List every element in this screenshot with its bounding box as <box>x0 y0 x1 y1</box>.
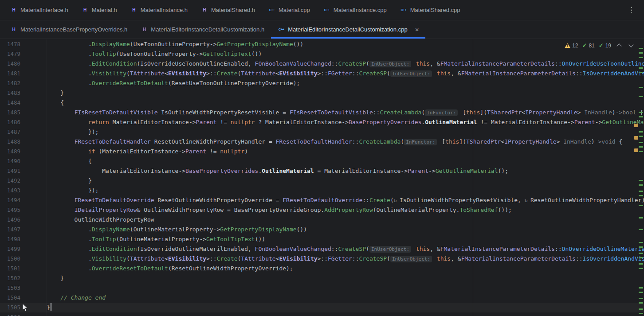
inspections-widget: ! 12 ✓ 81 ✓ 19 <box>565 41 635 51</box>
tab-MaterialInterface.h[interactable]: HMaterialInterface.h <box>4 0 75 20</box>
changed-line-mark[interactable] <box>639 116 643 117</box>
code-text: }); <box>47 186 98 195</box>
scrollbar-error-stripe[interactable] <box>637 39 644 316</box>
warning-mark[interactable] <box>634 136 638 140</box>
changed-line-mark[interactable] <box>639 263 643 265</box>
code-editor[interactable]: 1478 .DisplayName(UseToonOutlineProperty… <box>0 39 644 316</box>
changed-line-mark[interactable] <box>639 180 643 181</box>
code-line-1505[interactable]: 1505} <box>0 303 644 312</box>
tab-Material.h[interactable]: HMaterial.h <box>75 0 124 20</box>
code-line-1499[interactable]: 1499 .EditCondition(IsOverrideOutlineMat… <box>0 244 644 254</box>
changed-line-mark[interactable] <box>639 151 643 152</box>
code-line-1496[interactable]: 1496 OutlineWidthPropertyRow <box>0 215 644 225</box>
code-line-1489[interactable]: 1489 if (MaterialEditorInstance->Parent … <box>0 147 644 156</box>
changed-line-mark[interactable] <box>639 242 643 243</box>
code-line-1481[interactable]: 1481 .Visibility(TAttribute<EVisibility>… <box>0 69 644 78</box>
code-line-1497[interactable]: 1497 .DisplayName(OutlineMaterialPropert… <box>0 225 644 234</box>
changed-line-mark[interactable] <box>639 205 643 206</box>
code-line-1484[interactable]: 1484 { <box>0 98 644 108</box>
prev-problem-button[interactable] <box>615 42 623 49</box>
editor-tab-bar-top: HMaterialInterface.hHMaterial.hHMaterial… <box>0 0 644 20</box>
code-line-1486[interactable]: 1486 return MaterialEditorInstance->Pare… <box>0 117 644 127</box>
changed-line-mark[interactable] <box>639 72 643 73</box>
changed-line-mark[interactable] <box>639 298 643 299</box>
chevron-down-icon <box>628 42 633 47</box>
code-line-1488[interactable]: 1488 FResetToDefaultHandler ResetOutline… <box>0 137 644 147</box>
cpp-file-icon: C++ <box>278 26 285 33</box>
line-number: 1502 <box>0 273 20 283</box>
code-text: return MaterialEditorInstance->Parent !=… <box>47 117 644 127</box>
passed-count-badge[interactable]: ✓ 81 <box>582 41 594 51</box>
code-line-1491[interactable]: 1491 MaterialEditorInstance->BasePropert… <box>0 166 644 176</box>
gutter-icon-area <box>20 137 47 147</box>
changed-line-mark[interactable] <box>639 131 643 133</box>
changed-line-mark[interactable] <box>639 52 643 54</box>
changed-line-mark[interactable] <box>639 308 643 310</box>
tab-MaterialShared.cpp[interactable]: C++MaterialShared.cpp <box>393 0 467 20</box>
changed-line-mark[interactable] <box>639 146 643 148</box>
code-line-1493[interactable]: 1493 }); <box>0 186 644 195</box>
changed-line-mark[interactable] <box>639 253 643 254</box>
tab-MaterialShared.h[interactable]: HMaterialShared.h <box>194 0 262 20</box>
close-tab-icon[interactable]: × <box>415 26 419 33</box>
code-text: FResetToDefaultOverride ResetOutlineWidt… <box>47 195 644 205</box>
changed-line-mark[interactable] <box>639 217 643 218</box>
changed-line-mark[interactable] <box>639 313 643 314</box>
changed-line-mark[interactable] <box>639 96 643 97</box>
code-line-1478[interactable]: 1478 .DisplayName(UseToonOutlineProperty… <box>0 39 644 49</box>
changed-line-mark[interactable] <box>639 87 643 88</box>
code-line-1503[interactable]: 1503 <box>0 283 644 293</box>
changed-line-mark[interactable] <box>639 268 643 269</box>
gutter-icon-area <box>20 88 47 98</box>
changed-line-mark[interactable] <box>639 67 643 69</box>
tab-MaterialInstance.h[interactable]: HMaterialInstance.h <box>124 0 194 20</box>
changed-line-mark[interactable] <box>639 48 643 49</box>
changed-line-mark[interactable] <box>639 195 643 196</box>
code-line-1495[interactable]: 1495 IDetailPropertyRow& OutlineWidthPro… <box>0 205 644 215</box>
code-line-1479[interactable]: 1479 .ToolTip(UseToonOutlineProperty->Ge… <box>0 49 644 59</box>
tab-MaterialEditorInstanceDetailCustomization.h[interactable]: HMaterialEditorInstanceDetailCustomizati… <box>134 20 271 39</box>
tab-MaterialEditorInstanceDetailCustomization.cpp[interactable]: C++MaterialEditorInstanceDetailCustomiza… <box>271 20 425 39</box>
typos-count-badge[interactable]: ✓ 19 <box>599 41 611 51</box>
changed-line-mark[interactable] <box>639 229 643 230</box>
code-line-1492[interactable]: 1492 } <box>0 176 644 186</box>
code-line-1498[interactable]: 1498 .ToolTip(OutlineMaterialProperty->G… <box>0 234 644 244</box>
code-line-1485[interactable]: 1485 FIsResetToDefaultVisible IsOutlineW… <box>0 108 644 117</box>
tab-MaterialInstance.cpp[interactable]: C++MaterialInstance.cpp <box>317 0 393 20</box>
code-line-1482[interactable]: 1482 .OverrideResetToDefault(ResetUseToo… <box>0 78 644 88</box>
code-line-1504[interactable]: 1504 // Change-end <box>0 293 644 303</box>
changed-line-mark[interactable] <box>639 136 643 137</box>
code-line-1506[interactable]: 1506 <box>0 312 644 316</box>
code-line-1487[interactable]: 1487 }); <box>0 127 644 137</box>
code-line-1500[interactable]: 1500 .Visibility(TAttribute<EVisibility>… <box>0 254 644 264</box>
warnings-count-badge[interactable]: ! 12 <box>565 41 578 51</box>
line-number: 1487 <box>0 127 20 137</box>
changed-line-mark[interactable] <box>639 287 643 289</box>
tab-MaterialInstanceBasePropertyOverrides.h[interactable]: HMaterialInstanceBasePropertyOverrides.h <box>4 20 134 39</box>
changed-line-mark[interactable] <box>639 112 643 113</box>
next-problem-button[interactable] <box>627 42 635 49</box>
changed-line-mark[interactable] <box>639 184 643 186</box>
code-line-1502[interactable]: 1502 } <box>0 273 644 283</box>
code-line-1483[interactable]: 1483 } <box>0 88 644 98</box>
gutter-icon-area <box>20 98 47 108</box>
code-line-1490[interactable]: 1490 { <box>0 156 644 166</box>
warning-mark[interactable] <box>634 124 638 127</box>
code-line-1494[interactable]: 1494 FResetToDefaultOverride ResetOutlin… <box>0 195 644 205</box>
changed-line-mark[interactable] <box>639 257 643 258</box>
changed-line-mark[interactable] <box>639 191 643 192</box>
code-line-1501[interactable]: 1501 .OverrideResetToDefault(ResetOutlin… <box>0 264 644 273</box>
warning-mark[interactable] <box>634 148 638 152</box>
changed-line-mark[interactable] <box>639 302 643 304</box>
changed-line-mark[interactable] <box>639 142 643 143</box>
tab-Material.cpp[interactable]: C++Material.cpp <box>262 0 317 20</box>
changed-line-mark[interactable] <box>639 246 643 248</box>
changed-line-mark[interactable] <box>639 57 643 58</box>
code-text: { <box>47 98 64 108</box>
changed-line-mark[interactable] <box>639 292 643 293</box>
code-text: } <box>47 273 64 283</box>
code-line-1480[interactable]: 1480 .EditCondition(IsOverrideUseToonOut… <box>0 59 644 69</box>
line-number: 1492 <box>0 176 20 186</box>
tab-options-kebab-icon[interactable]: ⋮ <box>626 5 637 15</box>
line-number: 1486 <box>0 117 20 127</box>
